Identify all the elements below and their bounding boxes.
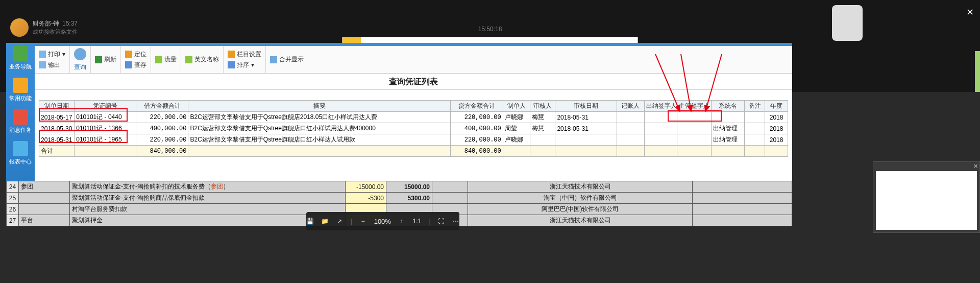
table-row[interactable]: 2018-05-30010101记 - 1366400,000.00B2C运营部… — [39, 123, 788, 134]
rail-label: 消息任务 — [9, 126, 32, 134]
rail-label: 常用功能 — [9, 95, 32, 102]
col-vno[interactable]: 凭证编号 — [75, 101, 136, 112]
col-year[interactable]: 年度 — [765, 101, 788, 112]
more-icon[interactable]: ⋯ — [452, 217, 459, 226]
actual-size-icon[interactable]: 1:1 — [413, 217, 422, 226]
bg-row: 24参团聚划算活动保证金-支付-淘抢购补扣的技术服务费（参团）-15000.00… — [7, 181, 792, 193]
rail-fav[interactable]: 常用功能 — [6, 75, 35, 106]
merge-button[interactable]: 合并显示 — [270, 55, 304, 64]
english-button[interactable]: 英文名称 — [185, 55, 219, 64]
rail-label: 报表中心 — [9, 158, 32, 166]
rail-nav[interactable]: 业务导航 — [6, 43, 35, 75]
mail-icon — [13, 109, 28, 125]
col-poster[interactable]: 记账人 — [617, 101, 644, 112]
close-icon[interactable]: ✕ — [964, 6, 976, 18]
chat-name: 财务部-钟 — [33, 20, 59, 27]
fit-icon[interactable]: ⛶ — [437, 217, 445, 226]
flow-button[interactable]: 流量 — [155, 55, 177, 64]
export-icon — [39, 61, 46, 68]
refresh-button[interactable]: 刷新 — [95, 55, 116, 64]
print-icon — [39, 51, 46, 58]
bg-row: 25聚划算活动保证金-支付-淘抢购商品保底佣金扣款-53005300.00淘宝（… — [7, 193, 792, 204]
locate-button[interactable]: 定位 — [125, 50, 146, 59]
col-credit[interactable]: 贷方金额合计 — [451, 101, 503, 112]
rail-label: 业务导航 — [9, 63, 32, 70]
col-auditor[interactable]: 审核人 — [530, 101, 555, 112]
english-icon — [185, 56, 192, 63]
scrollbar[interactable] — [975, 51, 980, 92]
rail-msg[interactable]: 消息任务 — [6, 106, 35, 138]
col-summary[interactable]: 摘要 — [188, 101, 451, 112]
export-button[interactable]: 输出 — [39, 60, 65, 70]
thumbnail-panel: ✕ — [873, 161, 980, 233]
col-maker[interactable]: 制单人 — [503, 101, 530, 112]
folder-icon[interactable]: 📁 — [321, 217, 329, 226]
col-debit[interactable]: 借方金额合计 — [136, 101, 188, 112]
locate-icon — [125, 51, 132, 58]
flow-icon — [155, 56, 162, 63]
chat-subtext: 成功接收策略文件 — [33, 28, 78, 36]
report-icon — [13, 141, 28, 156]
column-setting-button[interactable]: 栏目设置 — [228, 50, 261, 59]
share-icon[interactable]: ↗ — [336, 217, 344, 226]
col-remark[interactable]: 备注 — [745, 101, 765, 112]
save-icon — [125, 61, 132, 68]
save-icon[interactable]: 💾 — [306, 217, 314, 226]
column-icon — [228, 51, 235, 58]
zoom-level: 100% — [374, 218, 391, 225]
refresh-icon — [95, 56, 102, 63]
svg-line-0 — [655, 54, 680, 111]
chat-avatar — [10, 18, 29, 37]
sort-icon — [228, 61, 235, 68]
table-row[interactable]: 2018-05-31010101记 - 1965220,000.00B2C运营部… — [39, 134, 788, 146]
sort-button[interactable]: 排序 ▾ — [228, 60, 261, 70]
zoom-out-icon[interactable]: − — [359, 217, 367, 226]
merge-icon — [270, 56, 277, 63]
save-query-button[interactable]: 查存 — [125, 60, 146, 70]
col-adate[interactable]: 审核日期 — [555, 101, 617, 112]
query-button[interactable]: 查询 — [74, 63, 86, 72]
viewer-toolbar: 💾 📁 ↗ | − 100% + 1:1 | ⛶ ⋯ — [306, 212, 459, 230]
search-icon — [74, 48, 86, 60]
thumbnail[interactable] — [876, 171, 977, 230]
thumb-close-icon[interactable]: ✕ — [973, 163, 978, 170]
svg-line-2 — [705, 54, 722, 111]
print-button[interactable]: 打印 ▾ — [39, 50, 65, 59]
clock: 15:50:18 — [478, 26, 502, 33]
nav-icon — [13, 46, 28, 61]
avatar-figure — [832, 5, 863, 41]
svg-line-1 — [681, 54, 691, 111]
rail-report[interactable]: 报表中心 — [6, 138, 35, 170]
col-date[interactable]: 制单日期 — [39, 101, 75, 112]
chat-time: 15:37 — [62, 20, 78, 27]
star-icon — [13, 78, 28, 93]
zoom-in-icon[interactable]: + — [398, 217, 406, 226]
